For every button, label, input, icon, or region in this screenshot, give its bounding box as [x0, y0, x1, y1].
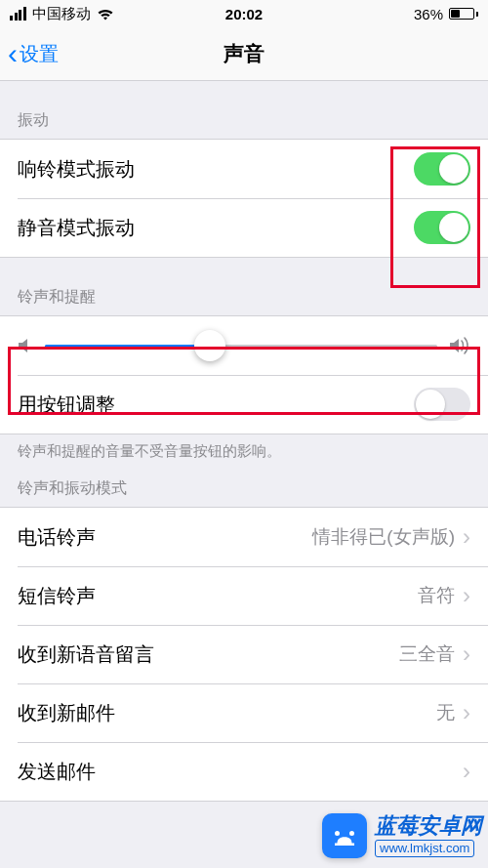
- row-volume-slider: [0, 316, 488, 375]
- watermark-logo-icon: [322, 813, 367, 858]
- chevron-right-icon: ›: [463, 758, 470, 785]
- row-new-mail[interactable]: 收到新邮件 无 ›: [0, 683, 488, 742]
- change-with-buttons-toggle[interactable]: [414, 388, 470, 421]
- text-tone-value: 音符: [418, 583, 455, 608]
- ringtone-value: 情非得已(女声版): [312, 524, 455, 550]
- chevron-left-icon: ‹: [8, 39, 18, 68]
- watermark-url: www.lmkjst.com: [375, 840, 474, 857]
- status-time: 20:02: [0, 6, 488, 22]
- text-tone-label: 短信铃声: [18, 583, 96, 609]
- page-title: 声音: [224, 40, 264, 67]
- silent-vibrate-label: 静音模式振动: [18, 215, 135, 241]
- volume-high-icon: [449, 337, 470, 354]
- new-mail-value: 无: [436, 700, 455, 725]
- battery-icon: [449, 8, 478, 20]
- group-patterns: 电话铃声 情非得已(女声版) › 短信铃声 音符 › 收到新语音留言 三全音 ›…: [0, 507, 488, 802]
- back-button[interactable]: ‹ 设置: [8, 27, 59, 80]
- section-header-ringer: 铃声和提醒: [0, 258, 488, 315]
- section-header-vibration: 振动: [0, 81, 488, 139]
- chevron-right-icon: ›: [463, 641, 470, 668]
- ring-vibrate-toggle[interactable]: [414, 152, 470, 186]
- chevron-right-icon: ›: [463, 523, 470, 551]
- nav-bar: ‹ 设置 声音: [0, 27, 488, 81]
- section-footer-ringer: 铃声和提醒的音量不受音量按钮的影响。: [0, 434, 488, 461]
- group-ringer: 用按钮调整: [0, 315, 488, 434]
- voicemail-label: 收到新语音留言: [18, 641, 154, 668]
- silent-vibrate-toggle[interactable]: [414, 211, 470, 244]
- chevron-right-icon: ›: [463, 582, 470, 609]
- row-ring-vibrate: 响铃模式振动: [0, 140, 488, 198]
- volume-slider[interactable]: [45, 345, 437, 348]
- new-mail-label: 收到新邮件: [18, 700, 115, 726]
- watermark-title: 蓝莓安卓网: [375, 814, 482, 838]
- row-ringtone[interactable]: 电话铃声 情非得已(女声版) ›: [0, 508, 488, 566]
- back-label: 设置: [20, 41, 59, 67]
- row-sent-mail[interactable]: 发送邮件 ›: [0, 742, 488, 801]
- chevron-right-icon: ›: [463, 699, 470, 726]
- row-text-tone[interactable]: 短信铃声 音符 ›: [0, 566, 488, 625]
- ring-vibrate-label: 响铃模式振动: [18, 156, 135, 183]
- group-vibration: 响铃模式振动 静音模式振动: [0, 139, 488, 258]
- row-change-with-buttons: 用按钮调整: [0, 375, 488, 434]
- row-voicemail[interactable]: 收到新语音留言 三全音 ›: [0, 625, 488, 683]
- voicemail-value: 三全音: [399, 641, 455, 667]
- section-header-patterns: 铃声和振动模式: [0, 461, 488, 507]
- change-with-buttons-label: 用按钮调整: [18, 392, 115, 418]
- sent-mail-label: 发送邮件: [18, 759, 96, 785]
- row-silent-vibrate: 静音模式振动: [0, 198, 488, 257]
- watermark: 蓝莓安卓网 www.lmkjst.com: [322, 813, 482, 858]
- volume-low-icon: [18, 337, 33, 354]
- status-bar: 中国移动 20:02 36%: [0, 0, 488, 27]
- ringtone-label: 电话铃声: [18, 524, 96, 551]
